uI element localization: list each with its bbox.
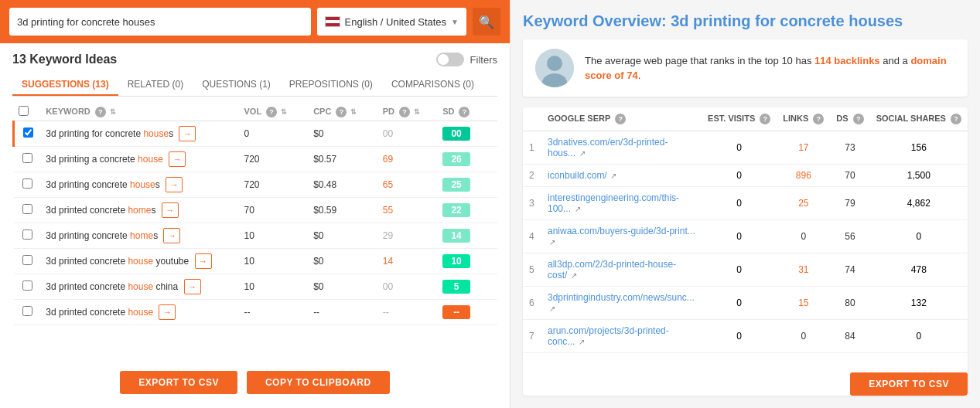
- row-checkbox[interactable]: [22, 230, 32, 240]
- keyword-arrow-btn[interactable]: →: [163, 228, 180, 243]
- select-all-checkbox[interactable]: [19, 106, 29, 116]
- row-checkbox[interactable]: [23, 128, 33, 138]
- serp-social-cell: 478: [870, 253, 968, 287]
- serp-row: 7arun.com/projects/3d-printed-conc... ↗0…: [523, 320, 968, 353]
- social-info-icon: ?: [951, 114, 961, 124]
- external-link-icon: ↗: [577, 149, 586, 158]
- language-selector[interactable]: English / United States ▼: [317, 8, 466, 36]
- external-link-icon: ↗: [549, 304, 555, 313]
- bottom-buttons: EXPORT TO CSV COPY TO CLIPBOARD: [12, 362, 497, 402]
- external-link-icon: ↗: [609, 172, 617, 180]
- keyword-table: KEYWORD ? ⇅ VOL ? ⇅ CPC ? ⇅ PD ?: [12, 103, 497, 325]
- cpc-cell: $0.57: [309, 147, 378, 172]
- overview-text-before: The average web page that ranks in the t…: [585, 55, 811, 66]
- pd-cell: 65: [378, 172, 438, 198]
- tab-questions[interactable]: QUESTIONS (1): [193, 74, 280, 96]
- keyword-text: 3d printing concrete homes: [46, 230, 158, 241]
- keyword-cell: 3d printing concrete houses →: [41, 172, 239, 198]
- tab-comparisons[interactable]: COMPARISONS (0): [382, 74, 483, 96]
- vol-cell: 70: [239, 198, 309, 223]
- row-checkbox[interactable]: [22, 153, 32, 163]
- serp-url-link[interactable]: all3dp.com/2/3d-printed-house-cost/: [548, 259, 676, 280]
- row-checkbox[interactable]: [22, 178, 32, 189]
- th-serp-rank: [523, 107, 541, 131]
- pd-cell: 00: [378, 274, 438, 300]
- table-row: 3d printed concrete house youtube →10$01…: [14, 249, 498, 274]
- keyword-arrow-btn[interactable]: →: [195, 253, 212, 269]
- vol-cell: 10: [239, 223, 309, 249]
- serp-row: 63dprintingindustry.com/news/sunc... ↗01…: [523, 287, 968, 320]
- keyword-sort-icon[interactable]: ⇅: [110, 108, 116, 116]
- serp-url-link[interactable]: interestingengineering.com/this-100...: [548, 192, 679, 214]
- copy-clipboard-button[interactable]: COPY TO CLIPBOARD: [247, 371, 390, 394]
- tab-related[interactable]: RELATED (0): [118, 74, 193, 96]
- th-sd: SD ?: [438, 103, 497, 121]
- pd-sort-icon[interactable]: ⇅: [414, 108, 420, 116]
- th-social-shares: SOCIAL SHARES ?: [870, 107, 968, 131]
- keyword-arrow-btn[interactable]: →: [162, 202, 179, 218]
- keyword-arrow-btn[interactable]: →: [159, 304, 176, 320]
- domain-score-prefix: and a: [883, 55, 910, 66]
- row-checkbox-cell: [14, 274, 42, 300]
- serp-url-link[interactable]: aniwaa.com/buyers-guide/3d-print...: [548, 226, 695, 236]
- row-checkbox[interactable]: [22, 280, 32, 291]
- keyword-table-wrapper: KEYWORD ? ⇅ VOL ? ⇅ CPC ? ⇅ PD ?: [12, 103, 497, 362]
- row-checkbox[interactable]: [22, 204, 32, 214]
- row-checkbox-cell: [14, 121, 42, 147]
- serp-table: GOOGLE SERP ? EST. VISITS ? LINKS ? DS ?: [523, 107, 968, 353]
- serp-export-csv-button[interactable]: EXPORT TO CSV: [850, 372, 968, 396]
- serp-url-link[interactable]: arun.com/projects/3d-printed-conc...: [548, 325, 669, 347]
- serp-social-cell: 156: [870, 131, 968, 165]
- cpc-sort-icon[interactable]: ⇅: [350, 108, 357, 116]
- tab-prepositions[interactable]: PREPOSITIONS (0): [280, 74, 382, 96]
- overview-title: Keyword Overview: 3d printing for concre…: [523, 12, 968, 30]
- sd-badge: 5: [442, 280, 470, 294]
- visits-info-icon: ?: [760, 114, 770, 124]
- keyword-arrow-btn[interactable]: →: [184, 279, 201, 294]
- serp-url-cell: all3dp.com/2/3d-printed-house-cost/ ↗: [541, 253, 702, 287]
- filters-toggle[interactable]: [436, 53, 464, 66]
- serp-social-cell: 132: [870, 287, 968, 320]
- filters-button[interactable]: Filters: [470, 54, 497, 66]
- sd-cell: 22: [438, 198, 497, 223]
- keyword-text: 3d printing for concrete houses: [46, 128, 173, 139]
- avatar: [535, 49, 574, 87]
- keyword-arrow-btn[interactable]: →: [169, 151, 186, 167]
- search-input[interactable]: [9, 8, 311, 36]
- export-csv-button[interactable]: EXPORT TO CSV: [120, 371, 237, 394]
- serp-url-link[interactable]: 3dnatives.com/en/3d-printed-hous...: [548, 137, 668, 158]
- external-link-icon: ↗: [549, 238, 555, 246]
- serp-visits-cell: 0: [702, 165, 777, 187]
- serp-rank-cell: 4: [523, 220, 541, 253]
- tabs-row: SUGGESTIONS (13) RELATED (0) QUESTIONS (…: [12, 74, 497, 97]
- search-bar: English / United States ▼ 🔍: [0, 0, 510, 43]
- serp-rank-cell: 6: [523, 287, 541, 320]
- keyword-arrow-btn[interactable]: →: [166, 177, 183, 192]
- serp-ds-cell: 70: [830, 165, 869, 187]
- search-button[interactable]: 🔍: [473, 8, 500, 36]
- th-google-serp: GOOGLE SERP ?: [541, 107, 702, 131]
- keyword-info-icon: ?: [95, 107, 106, 117]
- keyword-cell: 3d printing a concrete house →: [41, 147, 239, 172]
- cpc-cell: --: [309, 300, 378, 325]
- keyword-header: 13 Keyword Ideas Filters: [12, 53, 497, 66]
- serp-ds-cell: 73: [830, 131, 869, 165]
- serp-url-link[interactable]: iconbuild.com/: [548, 170, 607, 181]
- serp-visits-cell: 0: [702, 287, 777, 320]
- pd-cell: 14: [378, 249, 438, 274]
- serp-rank-cell: 2: [523, 165, 541, 187]
- keyword-cell: 3d printed concrete homes →: [41, 198, 239, 223]
- tab-suggestions[interactable]: SUGGESTIONS (13): [12, 74, 118, 96]
- serp-rank-cell: 7: [523, 320, 541, 353]
- pd-cell: 55: [378, 198, 438, 223]
- row-checkbox[interactable]: [22, 255, 32, 265]
- serp-section: GOOGLE SERP ? EST. VISITS ? LINKS ? DS ?: [523, 107, 968, 396]
- serp-url-link[interactable]: 3dprintingindustry.com/news/sunc...: [548, 292, 695, 303]
- row-checkbox[interactable]: [22, 306, 32, 316]
- right-panel: Keyword Overview: 3d printing for concre…: [510, 0, 980, 408]
- serp-visits-cell: 0: [702, 187, 777, 220]
- keyword-text: 3d printed concrete house china: [46, 281, 178, 292]
- keyword-arrow-btn[interactable]: →: [179, 126, 196, 141]
- vol-sort-icon[interactable]: ⇅: [281, 108, 287, 116]
- serp-row: 13dnatives.com/en/3d-printed-hous... ↗01…: [523, 131, 968, 165]
